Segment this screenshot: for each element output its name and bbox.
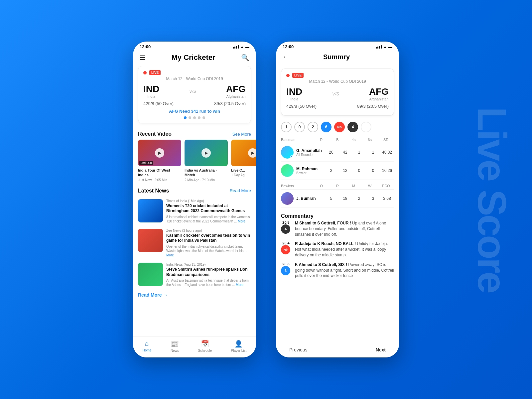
- schedule-icon: 📅: [201, 340, 209, 348]
- news-item-3: India News (Aug 13, 2019) Steve Smith's …: [133, 260, 256, 290]
- th-r-bowler: R: [330, 184, 346, 188]
- play-button-3[interactable]: ▶: [248, 148, 256, 158]
- see-more-video[interactable]: See More: [232, 132, 251, 137]
- nav-news-label: News: [171, 349, 179, 352]
- video-duration-2: 7:10 Min: [202, 178, 215, 182]
- video-thumb-1[interactable]: ▶ 2nd ODI: [138, 140, 181, 166]
- bowler-name-1: J. Bumrah: [296, 196, 324, 201]
- bowler-avatar-1: [281, 192, 294, 205]
- commentary-3: 20.3 6 K Ahmed to S Cottrell, SIX ! Powe…: [281, 262, 394, 279]
- commentary-text-2: R Jadeja to K Roach, NO BALL ! Untidy fo…: [295, 241, 394, 258]
- news-content-2: Zee News (3 hours ago) Kashmir cricketer…: [166, 229, 251, 257]
- batsman-sr-2: 16.26: [380, 168, 394, 173]
- live-badge-row: LIVE: [143, 70, 246, 75]
- nav-news[interactable]: 📰 News: [171, 340, 179, 352]
- nav-schedule[interactable]: 📅 Schedule: [198, 340, 212, 352]
- signal-icon-right: [376, 45, 382, 49]
- commentary-1: 20.5 4 M Shami to S Cottrell, FOUR ! Up …: [281, 220, 394, 237]
- bowlers-section: Bowlers O R M W ECO J. Bumrah 5 18 2 3: [276, 183, 399, 208]
- search-button[interactable]: 🔍: [241, 54, 249, 62]
- ball-1: 1: [281, 122, 292, 132]
- match-title-left: Match 12 - World Cup ODI 2019: [143, 76, 246, 81]
- app-header: ☰ My Cricketer 🔍: [133, 51, 256, 66]
- batsmen-table-header: Batsman R B 4s 6s SR: [281, 136, 394, 143]
- th-r: R: [313, 138, 330, 142]
- wifi-icon-right: ▲: [383, 45, 387, 49]
- menu-button[interactable]: ☰: [140, 54, 146, 62]
- batsman-b-2: 12: [338, 168, 352, 173]
- time-right: 12:00: [283, 44, 294, 49]
- over-label-3: 20.3 6: [281, 262, 291, 275]
- dot-2[interactable]: [189, 116, 191, 119]
- video-thumb-3[interactable]: ▶: [231, 140, 256, 166]
- score1-left: 429/8 (50 Over): [143, 101, 174, 106]
- latest-news-title: Latest News: [138, 188, 169, 194]
- th-b: B: [330, 138, 346, 142]
- news-more-3[interactable]: More: [236, 283, 243, 287]
- play-button-1[interactable]: ▶: [155, 148, 164, 158]
- next-button[interactable]: Next →: [376, 347, 392, 352]
- commentary-text-1: M Shami to S Cottrell, FOUR ! Up and ove…: [295, 220, 394, 237]
- video-badge-1: 2nd ODI: [139, 161, 153, 165]
- news-more-1[interactable]: More: [238, 219, 245, 223]
- th-bowlers: Bowlers: [281, 184, 313, 188]
- news-source-2: Zee News (3 hours ago): [166, 229, 251, 232]
- commentary-highlight-1: M Shami to S Cottrell, FOUR !: [295, 221, 351, 225]
- team1-name: India: [143, 94, 159, 98]
- batsman-name-1: G. Amanullah: [296, 148, 324, 153]
- news-thumb-3: [138, 263, 163, 286]
- over-label-2: 20.4 Nb: [281, 241, 291, 254]
- news-thumb-2: [138, 229, 163, 252]
- news-more-2[interactable]: More: [166, 253, 174, 257]
- ball-row: 1 0 2 6 Nb 4: [276, 119, 399, 136]
- player-list-icon: 👤: [234, 340, 243, 348]
- ball-indicator-3: 6: [281, 266, 290, 275]
- team2-name: Afghanistan: [226, 94, 246, 98]
- news-item-1: Times of India (1Min Ago) Women's T20 cr…: [133, 197, 256, 226]
- news-desc-3: An Australia batsman with a technique th…: [166, 278, 251, 287]
- th-sr: SR: [378, 138, 394, 142]
- video-thumb-2[interactable]: ▶: [185, 140, 228, 166]
- ball-indicator-1: 4: [281, 224, 290, 234]
- latest-news-header: Latest News Read More: [133, 185, 256, 197]
- th-batsman: Batsman: [281, 138, 313, 142]
- news-title-2: Kashmir cricketer overcomes tension to w…: [166, 233, 251, 243]
- next-label: Next: [376, 347, 386, 352]
- batsman-r-1: 20: [324, 150, 338, 155]
- score-card-left: LIVE Match 12 - World Cup ODI 2019 IND I…: [138, 66, 251, 123]
- video-meta-1: Just Now · 2:05 Min: [138, 178, 181, 182]
- batting-indicator-1: [290, 155, 294, 159]
- dot-4[interactable]: [198, 116, 200, 119]
- batsman-role-1: All Rounder: [296, 153, 324, 157]
- video-meta-3: 1 Day Ag: [231, 173, 256, 177]
- dot-1[interactable]: [184, 116, 187, 119]
- commentary-highlight-2: R Jadeja to K Roach, NO BALL !: [295, 241, 356, 246]
- video-time-1: Just Now: [138, 178, 152, 182]
- ball-empty: [361, 122, 371, 132]
- batsman-info-1: G. Amanullah All Rounder: [296, 148, 324, 157]
- video-card-3: ▶ Live C... 1 Day Ag: [231, 140, 256, 182]
- news-desc-2: Opener of the Indian physical disability…: [166, 244, 251, 257]
- play-button-2[interactable]: ▶: [201, 148, 211, 158]
- team2-code: AFG: [226, 84, 246, 94]
- read-more-button[interactable]: Read More →: [138, 292, 168, 298]
- batsman-4s-1: 1: [352, 150, 366, 155]
- video-meta-2: 2 Min Ago · 7:10 Min: [185, 178, 228, 182]
- bowler-eco-1: 3.68: [380, 196, 394, 201]
- header-divider: [276, 65, 399, 65]
- previous-button[interactable]: ← Previous: [283, 347, 307, 352]
- bowler-r-1: 18: [338, 196, 352, 201]
- nav-player-label: Player List: [231, 349, 247, 352]
- bowler-m-1: 2: [352, 196, 366, 201]
- status-bar-right: 12:00 ▲ ▬: [276, 42, 399, 51]
- dot-5[interactable]: [202, 116, 205, 119]
- nav-home[interactable]: ⌂ Home: [143, 340, 152, 352]
- scores-row-left: 429/8 (50 Over) 89/3 (20.5 Over): [143, 101, 246, 106]
- bowler-row-1: J. Bumrah 5 18 2 3 3.68: [281, 190, 394, 208]
- dot-3[interactable]: [193, 116, 196, 119]
- commentary-text-3: K Ahmed to S Cottrell, SIX ! Powered awa…: [295, 262, 394, 279]
- read-more-news[interactable]: Read More: [230, 188, 251, 193]
- back-button[interactable]: ←: [283, 54, 289, 61]
- nav-player-list[interactable]: 👤 Player List: [231, 340, 247, 352]
- team1-name-right: India: [286, 97, 302, 101]
